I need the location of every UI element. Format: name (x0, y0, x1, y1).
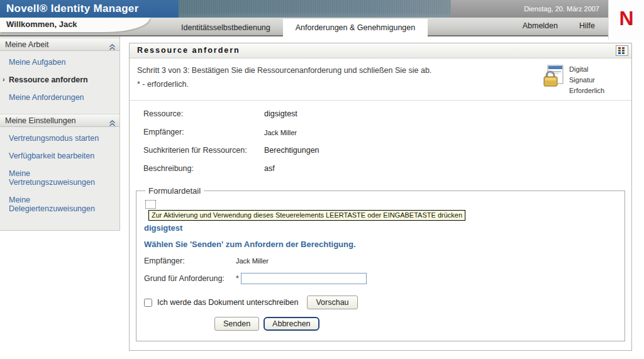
form-recipient-label: Empfänger: (144, 257, 236, 265)
sidebar-section-my-settings[interactable]: Meine Einstellungen (0, 114, 119, 127)
brand-bar: Novell® Identity Manager (0, 0, 179, 18)
collapse-chevron-icon[interactable] (109, 118, 116, 130)
request-resource-panel: Ressource anfordern Schritt 3 von 3: Bes… (129, 43, 632, 351)
form-instruction: Wählen Sie 'Senden' zum Anfordern der Be… (144, 240, 617, 249)
sidebar-item-my-delegate-assignments[interactable]: Meine Delegiertenzuweisungen (0, 191, 119, 218)
sidebar-item-request-resource[interactable]: › Ressource anfordern (0, 71, 119, 89)
form-detail-fieldset: Formulardetail Zur Aktivierung und Verwe… (136, 186, 625, 341)
cancel-button[interactable]: Abbrechen (264, 317, 319, 331)
collapse-chevron-icon[interactable] (109, 41, 116, 54)
step-instructions-row: Schritt 3 von 3: Bestätigen Sie die Ress… (130, 58, 631, 101)
date-bar: Dienstag, 20. März 2007 (451, 0, 608, 18)
preview-button[interactable]: Vorschau (307, 295, 357, 309)
summary-row-resource: Ressource: digsigtest (143, 109, 624, 118)
step-text: Schritt 3 von 3: Bestätigen Sie die Ress… (137, 64, 431, 96)
form-action-buttons: Senden Abbrechen (214, 317, 617, 331)
recipient-value: Jack Miller (264, 128, 297, 136)
panel-title: Ressource anfordern (130, 43, 631, 58)
tab-bar: Willkommen, Jack Identitätsselbstbedienu… (0, 18, 644, 36)
search-criteria-value: Berechtigungen (264, 146, 319, 155)
panel-title-bar: Ressource anfordern (130, 43, 631, 58)
submit-button[interactable]: Senden (214, 317, 259, 331)
sidebar-item-request-resource-label: Ressource anfordern (9, 75, 88, 84)
sign-document-row: Ich werde das Dokument unterschreiben Vo… (144, 295, 617, 309)
form-reason-row: Grund für Anforderung: * (144, 273, 617, 284)
request-summary: Ressource: digsigtest Empfänger: Jack Mi… (130, 101, 631, 185)
resource-value: digsigtest (264, 109, 297, 118)
help-link[interactable]: Hilfe (579, 21, 595, 30)
active-item-arrow-icon: › (3, 75, 5, 83)
novell-n-logo-icon: N (619, 8, 633, 28)
resource-label: Ressource: (143, 109, 264, 118)
portlet-grid-icon (618, 47, 626, 54)
sidebar-item-my-proxy-assignments[interactable]: Meine Vertretungszuweisungen (0, 165, 119, 191)
summary-row-search-criteria: Suchkriterien für Ressourcen: Berechtigu… (143, 146, 624, 155)
portlet-options-button[interactable] (616, 45, 628, 56)
reason-label: Grund für Anforderung: (144, 274, 236, 283)
sidebar-item-enter-proxy-mode[interactable]: Vertretungsmodus starten (0, 130, 119, 147)
sidebar-section-my-work-title: Meine Arbeit (5, 40, 48, 49)
welcome-message: Willkommen, Jack (0, 18, 150, 29)
step-line-2: * - erforderlich. (137, 78, 431, 92)
search-criteria-label: Suchkriterien für Ressourcen: (143, 146, 264, 155)
form-recipient-row: Empfänger: Jack Miller (144, 257, 617, 265)
required-marker: * (236, 274, 239, 283)
sign-document-label: Ich werde das Dokument unterschreiben (157, 298, 298, 307)
welcome-area: Willkommen, Jack (0, 18, 150, 32)
sidebar-item-edit-availability[interactable]: Verfügbarkeit bearbeiten (0, 147, 119, 165)
step-line-1: Schritt 3 von 3: Bestätigen Sie die Ress… (137, 64, 431, 78)
summary-row-recipient: Empfänger: Jack Miller (143, 128, 624, 136)
top-header-bar: Novell® Identity Manager Dienstag, 20. M… (0, 0, 644, 18)
page-body: Meine Arbeit Meine Aufgaben › Ressource … (0, 36, 644, 359)
form-resource-title: digsigtest (144, 223, 617, 233)
sidebar-item-my-requests[interactable]: Meine Anforderungen (0, 89, 119, 106)
brand-title: Novell® Identity Manager (6, 3, 139, 14)
sidebar-my-settings-items: Vertretungsmodus starten Verfügbarkeit b… (0, 127, 119, 224)
reason-input[interactable] (241, 273, 367, 284)
description-value: asf (264, 164, 275, 173)
sidebar-my-work-items: Meine Aufgaben › Ressource anfordern Mei… (0, 51, 119, 113)
summary-row-description: Beschreibung: asf (143, 164, 624, 173)
novell-logo-box: N (608, 0, 644, 40)
digital-signature-indicator: Digital Signatur Erforderlich (542, 64, 623, 96)
top-links: Abmelden Hilfe (523, 21, 595, 30)
form-recipient-value: Jack Miller (236, 257, 269, 265)
digital-signature-lock-icon (542, 64, 565, 87)
sidebar-item-my-tasks[interactable]: Meine Aufgaben (0, 53, 119, 71)
recipient-label: Empfänger: (143, 128, 264, 136)
digital-signature-label: Digital Signatur Erforderlich (569, 64, 614, 96)
current-date: Dienstag, 20. März 2007 (524, 5, 599, 13)
form-detail-legend: Formulardetail (145, 186, 204, 196)
tab-requests-approvals[interactable]: Anforderungen & Genehmigungen (283, 19, 428, 36)
sidebar-section-my-settings-title: Meine Einstellungen (5, 116, 76, 125)
sidebar-section-my-work[interactable]: Meine Arbeit (0, 38, 119, 51)
sidebar-navigation: Meine Arbeit Meine Aufgaben › Ressource … (0, 36, 120, 231)
description-label: Beschreibung: (143, 164, 264, 173)
keyboard-focus-box[interactable] (145, 200, 156, 209)
sign-document-checkbox[interactable] (144, 299, 152, 307)
logout-link[interactable]: Abmelden (523, 21, 558, 30)
tab-identity-self-service[interactable]: Identitätsselbstbedienung (169, 19, 283, 36)
main-tabs: Identitätsselbstbedienung Anforderungen … (169, 19, 428, 36)
activation-tooltip: Zur Aktivierung und Verwendung dieses St… (148, 210, 465, 221)
